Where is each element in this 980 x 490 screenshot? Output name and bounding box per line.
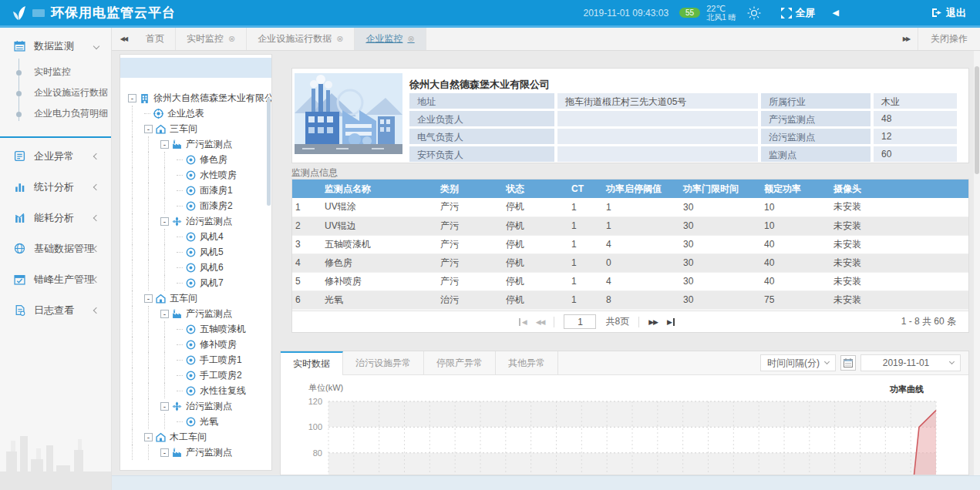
company-name: 徐州大自然德森堡木业有限公司 [409, 78, 550, 92]
tree-node-风机5[interactable]: 风机5 [128, 244, 270, 260]
tree-node-治污监测点[interactable]: -治污监测点 [128, 398, 270, 414]
sidebar-subitem-企业设施运行数据[interactable]: 企业设施运行数据 [0, 82, 111, 103]
tree-guide-line [148, 136, 160, 152]
sidebar-item-基础数据管理[interactable]: 基础数据管理 [0, 237, 111, 261]
tree-node-木工车间[interactable]: -木工车间 [128, 429, 270, 445]
tab-实时监控[interactable]: 实时监控⊗ [176, 28, 247, 50]
tree-node-手工喷房1[interactable]: 手工喷房1 [128, 352, 270, 368]
close-tab-icon[interactable]: ⊗ [407, 34, 414, 44]
tabs-scroll-right-icon[interactable]: ▶▶ [894, 35, 918, 42]
sidebar-subitem-企业电力负荷明细[interactable]: 企业电力负荷明细 [0, 103, 111, 124]
pagination-first-icon[interactable]: ◀ [519, 318, 527, 326]
table-cell: 30 [680, 235, 761, 253]
window-scrollbar[interactable] [974, 51, 980, 475]
date-select[interactable]: 2019-11-01 [860, 354, 961, 371]
table-cell: 30 [680, 253, 761, 272]
tree-node-风机4[interactable]: 风机4 [128, 229, 270, 244]
tree-node-修补喷房[interactable]: 修补喷房 [128, 337, 270, 352]
tree-expander-icon[interactable]: - [160, 402, 169, 411]
sidebar-item-企业异常[interactable]: 企业异常 [0, 144, 111, 169]
pagination-prev-icon[interactable]: ◀◀ [536, 318, 545, 326]
tree-expander-icon[interactable]: - [144, 125, 153, 133]
bottom-tab-治污设施异常[interactable]: 治污设施异常 [343, 351, 424, 374]
scrollbar-thumb[interactable] [975, 66, 979, 174]
tree-node-风机6[interactable]: 风机6 [128, 260, 270, 275]
bottom-tab-其他异常[interactable]: 其他异常 [496, 351, 558, 374]
close-tab-icon[interactable]: ⊗ [228, 34, 235, 44]
tree-node-企业总表[interactable]: 企业总表 [128, 106, 270, 121]
tab-企业监控[interactable]: 企业监控⊗ [355, 28, 426, 50]
tab-企业设施运行数据[interactable]: 企业设施运行数据⊗ [247, 28, 355, 50]
table-row[interactable]: 6光氧治污停机183075未安装 [292, 290, 968, 309]
tree-node-产污监测点[interactable]: -产污监测点 [128, 306, 270, 321]
interval-select[interactable]: 时间间隔(分) [760, 354, 836, 371]
tree-guide-line [148, 414, 160, 429]
pagination-last-icon[interactable]: ▶ [667, 318, 675, 326]
tree-node-徐州大自然德森堡木业有限公司[interactable]: -徐州大自然德森堡木业有限公司 [128, 90, 270, 106]
table-cell: 未安装 [830, 290, 968, 309]
tree-scrollbar[interactable] [267, 98, 271, 206]
header-back-arrow[interactable]: ◀ [833, 8, 839, 18]
fullscreen-button[interactable]: 全屏 [781, 6, 816, 20]
logout-button[interactable]: 退出 [931, 6, 966, 20]
company-icon [140, 93, 150, 103]
table-cell: 30 [680, 272, 761, 290]
table-row[interactable]: 3五轴喷漆机产污停机143040未安装 [292, 235, 968, 253]
sidebar-subitem-实时监控[interactable]: 实时监控 [0, 62, 111, 82]
tab-首页[interactable]: 首页 [135, 28, 176, 50]
tree-expander-icon[interactable]: - [160, 448, 169, 457]
tree-node-产污监测点[interactable]: -产污监测点 [128, 136, 270, 152]
tree-node-修色房[interactable]: 修色房 [128, 152, 270, 167]
pagination-next-icon[interactable]: ▶▶ [648, 318, 658, 326]
tree-guide-line [148, 352, 160, 368]
tabs-scroll-left-icon[interactable]: ◀◀ [112, 28, 135, 50]
tree-guide-line [164, 260, 177, 275]
bottom-tab-停限产异常[interactable]: 停限产异常 [424, 351, 496, 374]
tree-expander-icon[interactable]: - [128, 94, 136, 102]
table-row[interactable]: 5修补喷房产污停机143040未安装 [292, 272, 968, 290]
tree-node-产污监测点[interactable]: -产污监测点 [128, 445, 270, 460]
close-operations-button[interactable]: 关闭操作 [918, 28, 980, 50]
company-field-value [557, 146, 758, 162]
tree-node-三车间[interactable]: -三车间 [128, 121, 270, 136]
tree-node-水性喷房[interactable]: 水性喷房 [128, 167, 270, 183]
close-tab-icon[interactable]: ⊗ [336, 34, 343, 44]
sidebar-item-统计分析[interactable]: 统计分析 [0, 175, 111, 200]
tree-node-手工喷房2[interactable]: 手工喷房2 [128, 368, 270, 383]
tree-expander-icon[interactable]: - [144, 433, 153, 441]
tree-node-label: 徐州大自然德森堡木业有限公司 [153, 92, 272, 105]
sidebar-item-错峰生产管理[interactable]: 错峰生产管理 [0, 267, 111, 292]
table-row[interactable]: 4修色房产污停机103040未安装 [292, 253, 968, 272]
sidebar-item-日志查看[interactable]: 日志查看 [0, 298, 111, 323]
sidebar-item-label: 能耗分析 [34, 211, 74, 225]
table-row[interactable]: 1UV辊涂产污停机113010未安装 [292, 198, 968, 216]
sidebar-item-数据监测[interactable]: 数据监测 [0, 34, 111, 59]
tree-guide-line [164, 414, 177, 429]
tree-expander-icon[interactable]: - [160, 140, 169, 149]
tree-leaf-stub [177, 360, 183, 361]
table-cell: 产污 [437, 216, 503, 235]
column-header: 摄像头 [830, 180, 968, 198]
tree-node-面漆房1[interactable]: 面漆房1 [128, 183, 270, 198]
tree-node-光氧[interactable]: 光氧 [128, 414, 270, 429]
tree-guide-line [132, 306, 144, 321]
tree-node-label: 水性往复线 [200, 384, 246, 398]
bottom-tab-实时数据[interactable]: 实时数据 [281, 351, 343, 375]
pagination-divider [638, 317, 639, 327]
tree-node-风机7[interactable]: 风机7 [128, 275, 270, 290]
tree-node-五轴喷漆机[interactable]: 五轴喷漆机 [128, 321, 270, 337]
tree-expander-icon[interactable]: - [160, 217, 169, 226]
sidebar-nav: 数据监测实时监控企业设施运行数据企业电力负荷明细企业异常统计分析能耗分析基础数据… [0, 28, 112, 490]
sidebar-item-能耗分析[interactable]: 能耗分析 [0, 206, 111, 230]
city-skyline-decoration [0, 405, 112, 490]
tree-node-面漆房2[interactable]: 面漆房2 [128, 198, 270, 213]
tree-node-五车间[interactable]: -五车间 [128, 290, 270, 306]
tree-expander-icon[interactable]: - [144, 294, 153, 303]
page-number-input[interactable] [564, 314, 596, 329]
calendar-button[interactable] [840, 355, 856, 371]
table-row[interactable]: 2UV辊边产污停机113010未安装 [292, 216, 968, 235]
point-icon [186, 340, 197, 350]
tree-expander-icon[interactable]: - [160, 310, 169, 318]
tree-node-治污监测点[interactable]: -治污监测点 [128, 213, 270, 229]
tree-node-水性往复线[interactable]: 水性往复线 [128, 383, 270, 398]
